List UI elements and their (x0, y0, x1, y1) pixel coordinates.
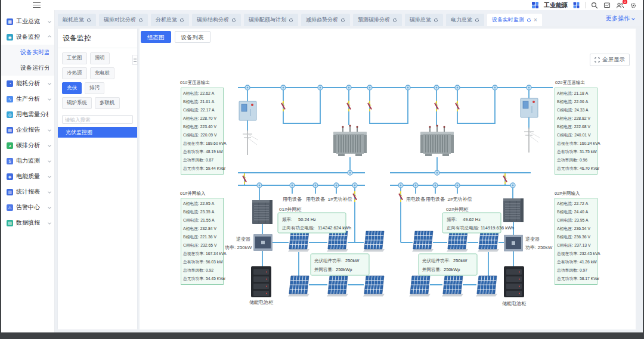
sidebar-item[interactable]: ▦ 工业总览 (1, 14, 54, 29)
battery-cabinet-2-icon[interactable] (504, 266, 524, 297)
sidebar-item[interactable]: ∿ 生产分析 (1, 91, 54, 107)
sidebar-item[interactable]: ◔ 能耗分析 (1, 76, 54, 91)
search-input[interactable] (62, 115, 133, 124)
pv-array-icon[interactable] (478, 231, 499, 252)
inverter-1-power: 功率: 250kW (225, 245, 252, 250)
breaker-icons[interactable] (243, 101, 507, 202)
view-toggle-button[interactable]: 设备列表 (175, 31, 210, 43)
sidebar-item[interactable]: ◉ 设备监控 (1, 29, 54, 45)
filter-chip[interactable]: 排污 (85, 82, 104, 94)
grid2-input-panel: A相电流:22.72 AB相电流:24.40 AC相电流:23.95 AA相电压… (555, 198, 597, 285)
sidebar-item[interactable]: ◈ 电能质量 (1, 169, 54, 184)
sidebar-item-icon: ∿ (7, 96, 13, 102)
tab[interactable]: 设备实时监测 × (487, 14, 542, 26)
tab[interactable]: 电力总览 (446, 14, 484, 26)
sidebar-item-label: 设备监控 (16, 33, 40, 41)
refresh-icon[interactable] (86, 18, 91, 23)
sidebar-item[interactable]: ⚠ 告警中心 (1, 200, 54, 215)
pv-array-icon[interactable] (327, 231, 348, 252)
refresh-icon[interactable] (392, 18, 397, 23)
panel-collapse-handle[interactable] (132, 55, 138, 65)
refresh-icon[interactable] (231, 18, 236, 23)
fullscreen-button[interactable]: 全屏显示 (590, 54, 630, 66)
sidebar-item[interactable]: ▥ 统计报表 (1, 184, 54, 200)
chevron-icon (48, 175, 51, 178)
tab[interactable]: 碳排配额与计划 (244, 14, 298, 26)
inverter-1-icon[interactable] (253, 234, 273, 251)
more-actions[interactable]: 更多操作 (606, 14, 634, 23)
tab[interactable]: 能耗总览 (58, 14, 96, 26)
filter-chip[interactable]: 锅炉系统 (62, 97, 92, 109)
metric-row: 总功率因数:0.97 (557, 266, 597, 275)
close-icon[interactable]: × (534, 17, 537, 23)
tab[interactable]: 预测碳排分析 (353, 14, 402, 26)
sidebar-item[interactable]: ◕ 碳排分析 (1, 138, 54, 153)
grid-cabinet-1-label: 01#并网柜 (279, 207, 302, 212)
view-toggle-button[interactable]: 组态图 (141, 31, 171, 43)
pv-array-icon[interactable] (409, 276, 431, 297)
tab[interactable]: 碳排对比分析 (99, 14, 148, 26)
menu-toggle-icon[interactable] (33, 2, 41, 8)
sidebar-item-icon: ◉ (7, 34, 13, 41)
bus-lines (238, 88, 553, 285)
pv-array-icon[interactable] (442, 276, 463, 297)
load-label: 用电设备 (283, 197, 302, 202)
monitor-chart-icon[interactable] (603, 2, 611, 9)
sidebar-item[interactable]: ◎ 用电需量分析 (1, 107, 54, 122)
battery-cabinet-1-icon[interactable] (251, 266, 271, 297)
pv-array-icon[interactable] (476, 276, 497, 297)
search-icon[interactable] (591, 2, 598, 9)
refresh-icon[interactable] (434, 18, 438, 23)
grid-cabinet-2-icon[interactable] (503, 198, 524, 222)
tab-label: 碳排配额与计划 (249, 16, 286, 24)
sidebar-item[interactable]: $ 电力监测 (1, 153, 54, 169)
transformer-2-icon[interactable] (420, 125, 454, 156)
grid-cabinet-1-icon[interactable] (252, 200, 273, 224)
sidebar-item-icon: ⚠ (7, 204, 13, 211)
users-icon[interactable]: 0 (616, 2, 624, 9)
pv-array-icon[interactable] (288, 231, 309, 252)
refresh-icon[interactable] (475, 18, 479, 23)
tab-label: 碳排结构分析 (197, 16, 229, 24)
tab[interactable]: 分析总览 (151, 14, 189, 26)
pv-array-icon[interactable] (363, 276, 385, 297)
sidebar-item[interactable]: ▤ 企业报告 (1, 122, 54, 138)
brand-logo-icon (532, 2, 538, 8)
pv-array-icon[interactable] (412, 231, 434, 252)
pv-array-icon[interactable] (288, 276, 309, 297)
sidebar-item-icon: ▥ (7, 189, 13, 195)
sidebar-item[interactable]: ▧ 数据填报 (1, 215, 54, 231)
filter-chip[interactable]: 充电桩 (90, 67, 115, 79)
filter-chip[interactable]: 光伏 (62, 82, 82, 94)
refresh-icon[interactable] (527, 18, 531, 23)
sidebar-item-label: 能耗分析 (16, 79, 40, 88)
refresh-icon[interactable] (138, 18, 143, 23)
apps-grid-icon[interactable] (574, 2, 580, 8)
svg-text:114242.624 kWh: 114242.624 kWh (318, 225, 351, 231)
refresh-icon[interactable] (179, 18, 184, 23)
filter-chip[interactable]: 工艺图 (62, 52, 87, 64)
pv-array-icon[interactable] (363, 231, 385, 252)
filter-chip[interactable]: 照明 (90, 52, 110, 64)
sidebar-item-icon: ◎ (7, 111, 13, 118)
sidebar-item-label: 企业报告 (16, 126, 40, 134)
tab[interactable]: 碳排总览 (405, 14, 443, 26)
filter-chip[interactable]: 冷热源 (62, 67, 87, 79)
device-list-item[interactable]: 光伏监控图 (58, 127, 137, 138)
battery-cabinet-1-label: 储能电池柜 (249, 300, 274, 305)
gear-icon[interactable] (630, 2, 637, 9)
refresh-icon[interactable] (289, 18, 293, 23)
tab[interactable]: 碳排结构分析 (192, 14, 241, 26)
distribution-cabinet-2-icon[interactable] (521, 98, 538, 117)
transformer-1-icon[interactable] (333, 125, 367, 156)
filter-chip[interactable]: 多联机 (95, 97, 120, 109)
sidebar-item[interactable]: 设备实时监测 (1, 45, 54, 60)
sidebar-item[interactable]: 设备运行分析 (1, 60, 54, 76)
metric-row: A相电流:22.62 A (183, 89, 223, 98)
pv-array-icon[interactable] (447, 231, 468, 252)
tab[interactable]: 减排趋势分析 (301, 14, 350, 26)
inverter-2-icon[interactable] (504, 235, 523, 251)
pv-array-icon[interactable] (327, 276, 348, 297)
refresh-icon[interactable] (340, 18, 345, 23)
distribution-cabinet-1-icon[interactable] (239, 101, 256, 120)
